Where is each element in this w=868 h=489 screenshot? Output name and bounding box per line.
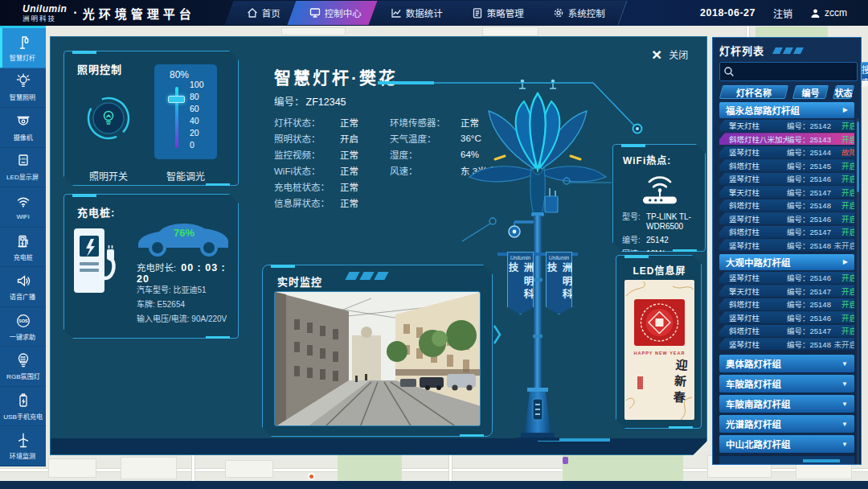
nav-item-home[interactable]: 首页 <box>232 0 295 26</box>
lamp-search-input[interactable] <box>719 62 858 81</box>
lamp-status-badge: 故障 <box>831 146 857 158</box>
lamp-row[interactable]: 斜塔灯柱 编号：25145 开启 <box>719 159 854 171</box>
brand-separator: · <box>73 6 77 20</box>
charging-pile-icon <box>15 233 31 249</box>
nav-item-system-control[interactable]: 系统控制 <box>538 0 620 26</box>
close-button[interactable]: × 关闭 <box>652 46 688 63</box>
lamp-number: 编号：25146 <box>787 312 831 323</box>
wifi-hotspot-panel: WiFi热点: 型号:TP-LINK TL-WDR6500 编号:25142 网… <box>612 144 706 252</box>
status-label: 照明状态： <box>274 132 340 145</box>
chevron-down-icon: ▼ <box>841 380 848 388</box>
sidebar-item-wifi[interactable]: WiFi <box>0 187 46 228</box>
lamp-name: 竖琴灯柱 <box>729 146 787 158</box>
lamp-row[interactable]: 斜塔灯柱 编号：25147 开启 <box>719 325 854 337</box>
smart-bulb-icon <box>15 73 31 89</box>
panel-accent <box>669 426 693 429</box>
lamp-row[interactable]: 斜塔灯柱 编号：25147 开启 <box>719 226 854 238</box>
sidebar-item-smart-pole[interactable]: 智慧灯杆 <box>0 28 46 68</box>
pole-detail-title: 智慧灯杆·樊花 <box>274 64 398 88</box>
lamp-group-header-collapsed[interactable]: 奥体路灯杆组 ▼ <box>719 355 854 372</box>
camera-icon <box>15 113 31 129</box>
lamp-row[interactable]: 竖琴灯柱 编号：25144 故障 <box>719 146 854 158</box>
lamp-row[interactable]: 斜塔灯柱 编号：25148 开启 <box>719 298 854 310</box>
field-label: 编号: <box>622 236 646 245</box>
sidebar-item-rgb-light[interactable]: RGB氛围灯 <box>0 347 46 387</box>
scrollbar-thumb[interactable] <box>857 121 859 192</box>
lamp-row[interactable]: 竖琴灯柱 编号：25148 未开启 <box>719 239 854 251</box>
status-label: 天气温度： <box>390 132 461 145</box>
lamp-group-header-collapsed[interactable]: 中山北路灯杆组 ▼ <box>719 435 854 453</box>
field-value: E52654 <box>158 300 185 309</box>
plate-row: 车牌: E52654 <box>137 298 185 310</box>
lamp-row[interactable]: 擎天灯柱 编号：25147 开启 <box>719 285 854 297</box>
light-switch-button[interactable] <box>86 96 131 141</box>
status-label: WiFi状态： <box>274 164 340 177</box>
sidebar-item-sos[interactable]: SOS 一键求助 <box>0 307 46 347</box>
sidebar-item-environment[interactable]: 环境监测 <box>0 426 46 466</box>
sidebar-item-smart-lighting[interactable]: 智慧照明 <box>0 68 46 109</box>
lamp-row[interactable]: 斜塔灯柱 编号：25148 开启 <box>719 199 854 212</box>
lamp-status-badge: 开启 <box>831 120 857 131</box>
lamp-row[interactable]: 斜塔灯柱八米加大 编号：25143 开启 <box>719 133 854 145</box>
column-header-no[interactable]: 编号 <box>792 85 829 99</box>
sidebar-item-led-screen[interactable]: LED LED显示屏 <box>0 148 46 188</box>
lamp-number: 编号：25143 <box>787 134 831 145</box>
lamp-group-header-collapsed[interactable]: 车陂路灯杆组 ▼ <box>719 375 854 392</box>
sidebar-item-label: RGB氛围灯 <box>6 371 40 380</box>
sidebar-item-camera[interactable]: 摄像机 <box>0 108 46 148</box>
monitor-icon <box>309 7 321 18</box>
logout-button[interactable]: 注销 <box>773 6 792 20</box>
field-value: 比亚迪51 <box>174 286 207 294</box>
column-header-status[interactable]: 状态 <box>833 85 854 99</box>
map-marker-orange <box>308 473 315 480</box>
lamp-group-header-collapsed[interactable]: 光谱路灯杆组 ▼ <box>719 415 854 433</box>
column-header-name[interactable]: 灯杆名称 <box>719 85 788 99</box>
svg-text:SOS: SOS <box>18 318 28 323</box>
sidebar-item-label: LED显示屏 <box>7 172 39 181</box>
lamp-row[interactable]: 竖琴灯柱 编号：25148 未开启 <box>719 338 854 350</box>
banner-brand: Unilumin <box>549 255 569 261</box>
lamp-number: 编号：25145 <box>787 160 831 171</box>
lamp-group-header[interactable]: 福永总部路灯杆组 ▶ <box>719 102 854 118</box>
switch-ring-icon <box>86 96 131 141</box>
lamp-status-badge: 开启 <box>831 173 857 184</box>
wifi-serial-row: 编号:25142 <box>622 236 698 245</box>
lamp-name: 竖琴灯柱 <box>729 240 787 251</box>
sidebar-item-broadcast[interactable]: 语音广播 <box>0 267 46 307</box>
nav-item-strategy[interactable]: 策略管理 <box>457 0 538 26</box>
lamp-row[interactable]: 竖琴灯柱 编号：25146 开启 <box>719 173 854 185</box>
dimmer-scale-tick: 0 <box>190 140 207 152</box>
lamp-row[interactable]: 擎天灯柱 编号：25142 开启 <box>719 120 854 132</box>
wifi-panel-title: WiFi热点: <box>623 153 671 166</box>
lamp-row[interactable]: 擎天灯柱 编号：25147 开启 <box>719 186 854 198</box>
status-label: 环境传感器： <box>390 116 461 129</box>
nav-item-data-stats[interactable]: 数据统计 <box>376 0 457 26</box>
serial-label: 编号： <box>274 97 305 108</box>
poster-red-emblem <box>634 299 685 346</box>
user-menu[interactable]: zccm <box>810 7 847 18</box>
lamp-group-header[interactable]: 大观中路灯杆组 ▶ <box>719 254 854 270</box>
panel-accent <box>621 144 645 147</box>
flower-petal-outer-left <box>469 166 533 182</box>
dimmer-slider-handle[interactable] <box>168 96 185 103</box>
lamp-row[interactable]: 竖琴灯柱 编号：25146 开启 <box>719 212 854 224</box>
lamp-status-badge: 未开启 <box>831 240 857 251</box>
lamp-row[interactable]: 竖琴灯柱 编号：25146 开启 <box>719 272 854 284</box>
nav-item-control-center[interactable]: 控制中心 <box>295 0 376 26</box>
lamp-name: 斜塔灯柱 <box>729 298 787 310</box>
sidebar-item-charging-pile[interactable]: 充电桩 <box>0 228 46 268</box>
close-label: 关闭 <box>669 47 688 61</box>
field-value: TP-LINK TL-WDR6500 <box>646 212 698 232</box>
sidebar-item-usb-charge[interactable]: USB手机充电 <box>0 387 46 427</box>
lamp-number: 编号：25148 <box>787 339 831 350</box>
sidebar-item-label: 环境监测 <box>10 451 35 460</box>
lamp-name: 斜塔灯柱 <box>729 226 787 237</box>
lamp-row[interactable]: 竖琴灯柱 编号：25146 开启 <box>719 311 854 323</box>
dimmer-scale-tick: 80 <box>190 92 207 104</box>
dimmer-box: 80% 100806040200 <box>154 64 217 159</box>
lamp-status-badge: 开启 <box>831 325 857 336</box>
search-button[interactable]: 搜索 <box>861 62 868 81</box>
user-avatar-icon <box>810 8 821 18</box>
lamp-group-header-collapsed[interactable]: 车陂南路灯杆组 ▼ <box>719 395 854 413</box>
group-name: 车陂路灯杆组 <box>726 377 781 390</box>
